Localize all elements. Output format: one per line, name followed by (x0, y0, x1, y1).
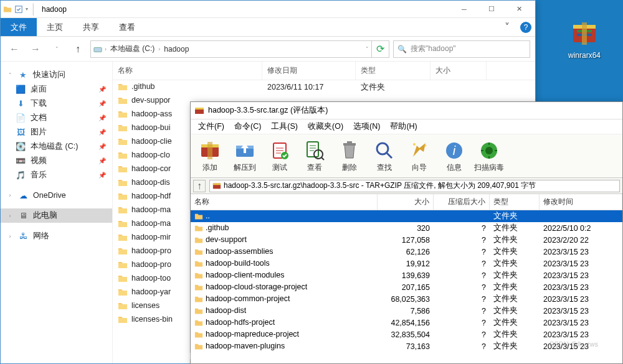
archive-row[interactable]: hadoop-assemblies62,126?文件夹2023/3/15 23 (191, 246, 622, 258)
tool-label: 添加 (202, 163, 217, 172)
entry-name: hadoop-build-tools (206, 259, 270, 268)
ribbon-tab-view[interactable]: 查看 (109, 18, 145, 36)
sidebar-item[interactable]: ⬇下载📌 (1, 96, 112, 111)
toolbar-查找[interactable]: 查找 (368, 136, 401, 176)
entry-packed: ? (434, 295, 490, 304)
nav-recent-icon[interactable]: ˅ (48, 40, 65, 58)
winrar-titlebar[interactable]: hadoop-3.3.5-src.tar.gz (评估版本) (191, 102, 622, 119)
toolbar-解压到[interactable]: 解压到 (228, 136, 262, 176)
sidebar-item[interactable]: 📼视频📌 (1, 154, 112, 168)
sidebar-onedrive[interactable]: ›☁OneDrive (1, 189, 112, 202)
sidebar-item[interactable]: 📄文档📌 (1, 111, 112, 125)
nav-up-button[interactable]: ↑ (69, 40, 87, 58)
menu-item[interactable]: 命令(C) (231, 121, 265, 132)
ribbon-tab-file[interactable]: 文件 (1, 18, 37, 36)
file-name: hadoop-cor (131, 164, 171, 173)
menu-item[interactable]: 选项(N) (350, 121, 384, 132)
menu-item[interactable]: 收藏夹(O) (304, 121, 347, 132)
wcol-packed[interactable]: 压缩后大小 (434, 194, 490, 210)
archive-row[interactable]: hadoop-common-project68,025,363?文件夹2023/… (191, 293, 622, 305)
close-button[interactable]: ✕ (505, 1, 533, 18)
ribbon-collapse-icon[interactable]: ˅ (498, 18, 516, 36)
col-type[interactable]: 类型 (356, 62, 430, 80)
quickaccess-props-icon[interactable] (14, 5, 23, 14)
entry-size: 19,912 (378, 259, 434, 268)
toolbar-向导[interactable]: 向导 (402, 136, 436, 176)
desktop-icon-ha[interactable]: ha (609, 19, 623, 60)
help-icon[interactable]: ? (516, 18, 535, 36)
entry-name: hadoop-common-project (206, 294, 290, 303)
sidebar-item[interactable]: 🟦桌面📌 (1, 82, 112, 96)
winrar-columns[interactable]: 名称 大小 压缩后大小 类型 修改时间 (191, 194, 622, 210)
menu-item[interactable]: 帮助(H) (386, 121, 421, 132)
archive-row[interactable]: hadoop-dist7,586?文件夹2023/3/15 23 (191, 305, 622, 317)
col-name[interactable]: 名称 (113, 62, 262, 80)
sidebar-item[interactable]: 💽本地磁盘 (C:)📌 (1, 139, 112, 154)
archive-row[interactable]: dev-support127,058?文件夹2023/2/20 22 (191, 234, 622, 246)
wcol-size[interactable]: 大小 (378, 194, 434, 210)
search-input[interactable]: 🔍 搜索"hadoop" (393, 40, 530, 58)
winrar-path-text: hadoop-3.3.5-src.tar.gz\hadoop-3.3.5-src… (224, 180, 536, 191)
maximize-button[interactable]: ☐ (478, 1, 505, 18)
archive-row[interactable]: hadoop-cloud-storage-project207,165?文件夹2… (191, 281, 622, 293)
sidebar-quick-access[interactable]: ˅★快速访问 (1, 68, 112, 82)
ribbon-tab-share[interactable]: 共享 (73, 18, 109, 36)
menu-item[interactable]: 文件(F) (194, 121, 228, 132)
toolbar-查看[interactable]: 查看 (298, 136, 331, 176)
archive-row[interactable]: ..文件夹 (191, 210, 622, 222)
chevron-down-icon[interactable]: ˅ (366, 46, 369, 52)
explorer-titlebar[interactable]: ▾ │ hadoop ─ ☐ ✕ (1, 1, 535, 18)
breadcrumb-folder[interactable]: hadoop (163, 45, 190, 54)
item-icon: 📄 (16, 113, 26, 123)
file-name: hadoop-pro (131, 260, 171, 269)
file-name: hadoop-pro (131, 246, 171, 255)
sidebar-item[interactable]: 🎵音乐📌 (1, 168, 112, 182)
wcol-type[interactable]: 类型 (490, 194, 540, 210)
item-icon: 🎵 (16, 170, 26, 180)
toolbar-删除[interactable]: 删除 (333, 136, 366, 176)
ribbon-tab-home[interactable]: 主页 (37, 18, 73, 36)
winrar-path-input[interactable]: hadoop-3.3.5-src.tar.gz\hadoop-3.3.5-src… (209, 180, 620, 192)
refresh-button[interactable]: ⟳ (372, 40, 389, 58)
archive-row[interactable]: hadoop-hdfs-project42,854,156?文件夹2023/3/… (191, 317, 622, 329)
nav-forward-button[interactable]: → (27, 40, 44, 58)
desktop-icon-winrar[interactable]: winrarx64 (559, 19, 609, 60)
entry-packed: ? (434, 283, 490, 292)
archive-row[interactable]: .github320?文件夹2022/5/10 0:2 (191, 222, 622, 234)
sidebar-network[interactable]: ›🖧网络 (1, 229, 112, 243)
toolbar-扫描病毒[interactable]: 扫描病毒 (472, 136, 506, 176)
archive-row[interactable]: hadoop-client-modules139,639?文件夹2023/3/1… (191, 269, 622, 281)
svg-rect-30 (213, 183, 221, 185)
chevron-right-icon[interactable]: › (105, 46, 107, 52)
chevron-down-icon[interactable]: ▾ (26, 6, 28, 12)
minimize-button[interactable]: ─ (450, 1, 478, 18)
file-name: licenses-bin (131, 315, 173, 324)
breadcrumb[interactable]: › 本地磁盘 (C:) › hadoop ˅ (90, 40, 372, 58)
wcol-name[interactable]: 名称 (191, 194, 378, 210)
up-button[interactable]: ↑ (193, 180, 206, 192)
entry-name: .. (206, 212, 210, 220)
svg-point-23 (413, 143, 416, 146)
archive-row[interactable]: hadoop-build-tools19,912?文件夹2023/3/15 23 (191, 258, 622, 269)
entry-type: 文件夹 (490, 235, 540, 245)
toolbar-信息[interactable]: i信息 (437, 136, 471, 176)
file-row[interactable]: .github2023/6/11 10:17文件夹 (113, 80, 535, 94)
toolbar-添加[interactable]: 添加 (193, 136, 227, 176)
svg-rect-20 (343, 143, 356, 146)
sidebar-this-pc[interactable]: ›🖥此电脑 (1, 208, 112, 223)
col-date[interactable]: 修改日期 (262, 62, 356, 80)
breadcrumb-root[interactable]: 本地磁盘 (C:) (109, 44, 156, 54)
chevron-right-icon[interactable]: › (158, 46, 160, 52)
toolbar-测试[interactable]: 测试 (263, 136, 297, 176)
col-size[interactable]: 大小 (430, 62, 487, 80)
file-list-header[interactable]: 名称 修改日期 类型 大小 (113, 62, 535, 80)
tool-icon (373, 139, 396, 162)
menu-item[interactable]: 工具(S) (267, 121, 302, 132)
item-icon: 📼 (16, 156, 26, 166)
nav-back-button[interactable]: ← (6, 40, 23, 58)
sidebar-item[interactable]: 🖼图片📌 (1, 125, 112, 139)
archive-row[interactable]: hadoop-mapreduce-project32,835,504?文件夹20… (191, 329, 622, 340)
tool-icon (269, 139, 291, 162)
entry-name: hadoop-assemblies (206, 247, 273, 256)
wcol-date[interactable]: 修改时间 (540, 194, 622, 210)
